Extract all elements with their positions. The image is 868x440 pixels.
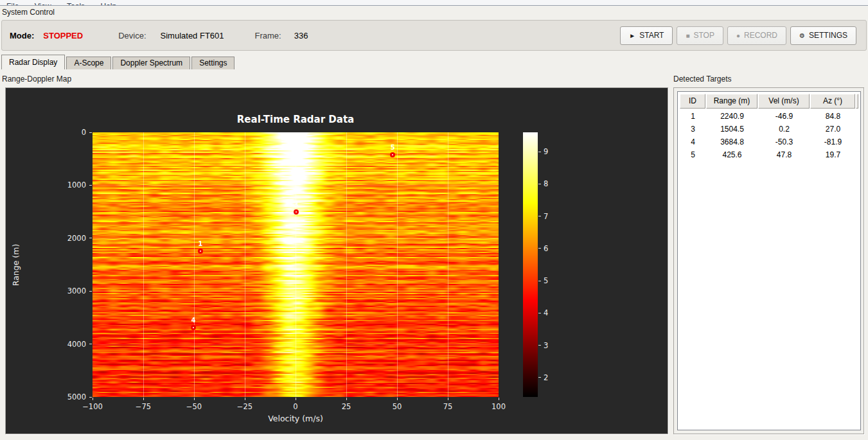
colorbar-tick-mark xyxy=(538,152,541,152)
y-tick-label: 2000 xyxy=(54,234,86,243)
target-marker-label: 4 xyxy=(191,317,196,324)
colorbar-tick-label: 6 xyxy=(544,244,548,253)
y-tick-label: 5000 xyxy=(54,392,86,401)
x-tick-mark xyxy=(448,398,448,400)
column-header-az[interactable]: Az (°) xyxy=(810,94,855,109)
colorbar-tick-mark xyxy=(538,248,541,249)
menu-file[interactable]: File xyxy=(0,1,25,6)
y-tick-mark xyxy=(89,344,92,344)
colorbar-tick-mark xyxy=(538,184,541,184)
target-marker xyxy=(390,152,395,157)
range-doppler-map-label: Range-Doppler Map xyxy=(2,75,71,84)
device-label: Device: xyxy=(118,31,146,40)
table-cell: 1504.5 xyxy=(706,123,758,136)
colorbar-tick-mark xyxy=(538,281,541,281)
x-axis-label: Velocity (m/s) xyxy=(93,414,499,423)
target-marker xyxy=(198,249,203,254)
x-tick-mark xyxy=(143,398,144,400)
x-tick-mark xyxy=(245,398,245,400)
y-tick-mark xyxy=(89,397,92,398)
system-control-toolbar: Mode: STOPPED Device: Simulated FT601 Fr… xyxy=(1,20,867,51)
table-body: 12240.9-46.984.831504.50.227.043684.8-50… xyxy=(680,110,858,161)
stop-button[interactable]: ■ STOP xyxy=(677,26,723,45)
colorbar-tick-label: 2 xyxy=(544,373,548,382)
x-tick-mark xyxy=(93,398,93,400)
column-header-vel-m-s[interactable]: Vel (m/s) xyxy=(758,94,810,109)
table-row[interactable]: 31504.50.227.0 xyxy=(680,123,858,136)
table-cell: 27.0 xyxy=(810,123,856,136)
mode-value: STOPPED xyxy=(43,31,83,40)
menu-tools[interactable]: Tools xyxy=(60,1,91,6)
start-button[interactable]: ► START xyxy=(620,26,673,45)
detected-targets-table: IDRange (m)Vel (m/s)Az (°) 12240.9-46.98… xyxy=(677,91,861,430)
record-button[interactable]: ● RECORD xyxy=(727,26,786,45)
table-cell: -46.9 xyxy=(758,110,810,123)
device-value: Simulated FT601 xyxy=(161,31,224,40)
y-tick-mark xyxy=(89,238,92,238)
colorbar-tick-mark xyxy=(538,377,541,378)
radar-app-window: File View Tools Help System Control Mode… xyxy=(0,0,868,440)
table-cell: 19.7 xyxy=(810,148,856,161)
column-header-range-m[interactable]: Range (m) xyxy=(706,94,757,109)
colorbar-tick-label: 5 xyxy=(544,276,548,285)
table-cell: 0.2 xyxy=(758,123,810,136)
table-cell: 84.8 xyxy=(810,110,856,123)
x-tick-label: 75 xyxy=(432,402,464,411)
y-tick-label: 4000 xyxy=(54,340,86,349)
x-tick-label: −100 xyxy=(76,402,109,411)
system-control-group-label: System Control xyxy=(2,8,55,17)
x-tick-mark xyxy=(194,398,195,400)
frame-label: Frame: xyxy=(255,31,281,40)
x-tick-label: −25 xyxy=(229,402,261,411)
tab-a-scope[interactable]: A-Scope xyxy=(66,57,111,69)
y-tick-label: 3000 xyxy=(54,286,86,295)
y-tick-label: 1000 xyxy=(54,180,86,189)
table-row[interactable]: 5425.647.819.7 xyxy=(680,148,858,161)
x-tick-label: −75 xyxy=(127,402,159,411)
table-cell: 2240.9 xyxy=(706,110,758,123)
target-marker xyxy=(294,209,299,215)
table-cell: 5 xyxy=(680,148,706,161)
y-tick-mark xyxy=(89,291,92,292)
toolbar-buttons: ► START ■ STOP ● RECORD ⚙ SETTINGS xyxy=(620,26,856,45)
table-cell: 3 xyxy=(680,123,706,136)
x-tick-label: 25 xyxy=(330,402,362,411)
x-tick-mark xyxy=(346,398,347,400)
table-row[interactable]: 12240.9-46.984.8 xyxy=(680,110,858,123)
colorbar-tick-mark xyxy=(538,313,541,313)
table-row[interactable]: 43684.8-50.3-81.9 xyxy=(680,136,858,148)
table-header-row: IDRange (m)Vel (m/s)Az (°) xyxy=(680,94,858,109)
range-doppler-heatmap-canvas xyxy=(93,132,499,397)
tab-radar-display[interactable]: Radar Display xyxy=(1,55,65,69)
colorbar-canvas xyxy=(523,132,538,397)
play-icon: ► xyxy=(629,32,635,39)
y-tick-mark xyxy=(89,132,92,133)
table-cell: 47.8 xyxy=(758,148,810,161)
range-doppler-plot-panel: Real-Time Radar Data Velocity (m/s) Rang… xyxy=(5,87,668,434)
settings-button[interactable]: ⚙ SETTINGS xyxy=(790,26,856,45)
column-header-id[interactable]: ID xyxy=(680,94,705,109)
x-tick-mark xyxy=(397,398,398,400)
column-header-stub xyxy=(856,94,858,109)
tab-settings[interactable]: Settings xyxy=(191,57,235,69)
mode-label: Mode: xyxy=(10,31,34,40)
target-marker-label: 3 xyxy=(294,201,298,208)
detected-targets-label: Detected Targets xyxy=(673,75,732,84)
menu-help[interactable]: Help xyxy=(94,1,123,6)
colorbar-tick-mark xyxy=(538,216,541,216)
tab-doppler-spectrum[interactable]: Doppler Spectrum xyxy=(112,57,190,69)
y-axis-label: Range (m) xyxy=(11,201,21,330)
y-tick-mark xyxy=(89,185,92,186)
x-tick-mark xyxy=(499,398,499,400)
table-cell: -81.9 xyxy=(810,136,856,148)
colorbar-tick-label: 3 xyxy=(544,341,548,350)
colorbar-tick-label: 4 xyxy=(544,308,548,317)
target-marker xyxy=(191,325,196,330)
table-cell: 425.6 xyxy=(706,148,758,161)
x-tick-label: 0 xyxy=(279,402,312,411)
menu-view[interactable]: View xyxy=(28,1,58,6)
table-cell: 1 xyxy=(680,110,706,123)
y-tick-label: 0 xyxy=(54,128,86,137)
chart-title: Real-Time Radar Data xyxy=(93,114,499,125)
status-readout: Mode: STOPPED Device: Simulated FT601 Fr… xyxy=(10,31,308,40)
